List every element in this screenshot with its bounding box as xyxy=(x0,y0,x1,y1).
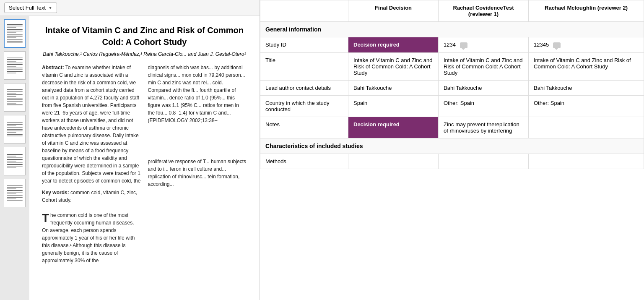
cell-notes-reviewer2 xyxy=(529,117,644,138)
cell-title-final: Intake of Vitamin C and Zinc and Risk of… xyxy=(348,52,439,80)
thumbnail-5[interactable] xyxy=(4,147,26,175)
cell-lead-author-reviewer2: Bahi Takkouche xyxy=(529,80,644,95)
cell-lead-author-label: Lead author contact details xyxy=(260,80,348,95)
table-row-study-id: Study ID Decision required 1234 12345 xyxy=(260,37,644,53)
thumbnails-sidebar xyxy=(0,16,29,300)
doc-title: Intake of Vitamin C and Zinc and Risk of… xyxy=(42,24,247,48)
header-final-decision: Final Decision xyxy=(348,0,439,22)
section-header-general: General information xyxy=(260,22,644,37)
section-general-information: General information xyxy=(260,22,644,37)
thumbnail-3[interactable] xyxy=(4,83,26,112)
cell-lead-author-final: Bahi Takkouche xyxy=(348,80,439,95)
table-row-notes: Notes Decision required Zinc may prevent… xyxy=(260,117,644,138)
header-reviewer1: Rachael CovidenceTest (reviewer 1) xyxy=(439,0,529,22)
thumbnail-6[interactable] xyxy=(4,179,26,207)
section-characteristics: Characteristics of included studies xyxy=(260,138,644,154)
document-content: Intake of Vitamin C and Zinc and Risk of… xyxy=(29,16,260,300)
table-row-country: Country in which the study conducted Spa… xyxy=(260,95,644,117)
toolbar: Select Full Text ▼ xyxy=(0,0,260,16)
doc-col-2: diagnosis of which was bas... by additio… xyxy=(148,64,247,264)
section-header-characteristics: Characteristics of included studies xyxy=(260,138,644,154)
doc-keywords: Key words: common cold, vitamin C, zinc,… xyxy=(42,189,141,204)
thumbnail-1[interactable] xyxy=(4,19,26,48)
cell-study-id-reviewer1: 1234 xyxy=(439,37,529,53)
right-panel: Final Decision Rachael CovidenceTest (re… xyxy=(260,0,644,300)
cell-country-final: Spain xyxy=(348,95,439,117)
header-empty xyxy=(260,0,348,22)
chat-icon-reviewer2-study-id[interactable] xyxy=(553,42,561,48)
cell-methods-final xyxy=(348,154,439,169)
cell-notes-final: Decision required xyxy=(348,117,439,138)
chat-icon-reviewer1-study-id[interactable] xyxy=(460,42,467,48)
cell-notes-reviewer1: Zinc may prevent thereplication of rhino… xyxy=(439,117,529,138)
doc-abstract: Abstract: To examine whether intake of v… xyxy=(42,64,141,185)
cell-methods-label: Methods xyxy=(260,154,348,169)
cell-study-id-reviewer2: 12345 xyxy=(529,37,644,53)
doc-body: Abstract: To examine whether intake of v… xyxy=(42,64,247,264)
select-full-text-label: Select Full Text xyxy=(9,5,46,11)
chevron-down-icon: ▼ xyxy=(48,5,52,10)
cell-title-reviewer2: Intake of Vitamin C and Zinc and Risk of… xyxy=(529,52,644,80)
cell-methods-reviewer2 xyxy=(529,154,644,169)
cell-country-reviewer2: Other: Spain xyxy=(529,95,644,117)
table-header-row: Final Decision Rachael CovidenceTest (re… xyxy=(260,0,644,22)
content-area: Intake of Vitamin C and Zinc and Risk of… xyxy=(0,16,260,300)
doc-authors: Bahi Takkouche,¹ Carlos Regueira-Méndez,… xyxy=(42,50,247,58)
cell-notes-label: Notes xyxy=(260,117,348,138)
doc-body-col2: proliferative response of T... human sub… xyxy=(148,158,247,188)
table-row-title: Title Intake of Vitamin C and Zinc and R… xyxy=(260,52,644,80)
cell-lead-author-reviewer1: Bahi Takkouche xyxy=(439,80,529,95)
table-row-lead-author: Lead author contact details Bahi Takkouc… xyxy=(260,80,644,95)
cell-country-reviewer1: Other: Spain xyxy=(439,95,529,117)
cell-methods-reviewer1 xyxy=(439,154,529,169)
left-panel: Select Full Text ▼ xyxy=(0,0,260,300)
doc-body-text: The common cold is one of the most frequ… xyxy=(42,211,141,264)
header-reviewer2: Rachael Mcloughlin (reviewer 2) xyxy=(529,0,644,22)
doc-col-1: Abstract: To examine whether intake of v… xyxy=(42,64,141,264)
cell-title-label: Title xyxy=(260,52,348,80)
cell-study-id-final: Decision required xyxy=(348,37,439,53)
thumbnail-4[interactable] xyxy=(4,115,26,143)
cell-study-id-label: Study ID xyxy=(260,37,348,53)
cell-country-label: Country in which the study conducted xyxy=(260,95,348,117)
cell-title-reviewer1: Intake of Vitamin C and Zinc and Risk of… xyxy=(439,52,529,80)
thumbnail-2[interactable] xyxy=(4,51,26,80)
data-table: Final Decision Rachael CovidenceTest (re… xyxy=(260,0,644,169)
table-row-methods: Methods xyxy=(260,154,644,169)
select-full-text-button[interactable]: Select Full Text ▼ xyxy=(4,3,57,13)
